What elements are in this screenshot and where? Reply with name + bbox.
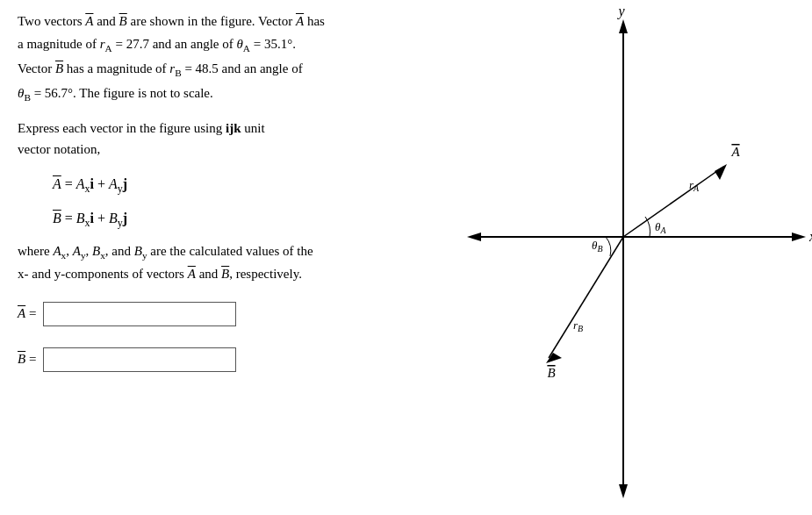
svg-marker-7 xyxy=(715,164,727,180)
svg-line-6 xyxy=(623,167,723,237)
answer-A-input[interactable] xyxy=(43,302,236,326)
where-text: where Ax, Ay, Bx, and By are the calcula… xyxy=(18,240,404,284)
thetaB-diagram-label: θB xyxy=(592,239,603,254)
problem-line4: θB = 56.7°. The figure is not to scale. xyxy=(18,82,404,105)
diagram-svg: y x A rA θA B rB θB xyxy=(421,0,812,515)
svg-marker-5 xyxy=(467,232,481,241)
problem-line2: a magnitude of rA = 27.7 and an angle of… xyxy=(18,33,404,56)
vec-B-diagram-label: B xyxy=(547,366,555,380)
answer-B-input[interactable] xyxy=(43,347,236,372)
problem-line3: Vector B has a magnitude of rB = 48.5 an… xyxy=(18,58,404,81)
where-line1: where Ax, Ay, Bx, and By are the calcula… xyxy=(18,240,404,263)
answer-A-label: A = xyxy=(18,306,36,321)
problem-text: Two vectors A and B are shown in the fig… xyxy=(18,11,404,105)
svg-marker-4 xyxy=(792,232,806,241)
equation-B: B = Bxi + Byj xyxy=(53,206,404,233)
svg-marker-9 xyxy=(546,353,562,363)
svg-marker-2 xyxy=(619,484,628,498)
equation-A: A = Axi + Ayj xyxy=(53,172,404,199)
express-text: Express each vector in the figure using … xyxy=(18,118,404,160)
diagram-panel: y x A rA θA B rB θB xyxy=(421,0,812,515)
svg-marker-1 xyxy=(619,19,628,33)
y-axis-label: y xyxy=(616,4,625,19)
answer-B-row: B = xyxy=(18,347,404,372)
instruct-line2: vector notation, xyxy=(18,139,404,160)
answer-B-label: B = xyxy=(18,352,36,367)
rB-diagram-label: rB xyxy=(573,318,583,333)
instruct-line1: Express each vector in the figure using … xyxy=(18,118,404,139)
answer-A-row: A = xyxy=(18,302,404,326)
vec-A-diagram-label: A xyxy=(730,145,740,159)
rA-diagram-label: rA xyxy=(689,178,700,193)
where-line2: x- and y-components of vectors A and B, … xyxy=(18,263,404,284)
thetaA-diagram-label: θA xyxy=(655,220,666,235)
svg-line-8 xyxy=(549,237,623,358)
left-panel: Two vectors A and B are shown in the fig… xyxy=(0,0,421,515)
vec-A-text: A xyxy=(85,14,93,28)
x-axis-label: x xyxy=(808,229,812,244)
vec-B-text: B xyxy=(119,14,127,28)
problem-line1: Two vectors A and B are shown in the fig… xyxy=(18,11,404,32)
